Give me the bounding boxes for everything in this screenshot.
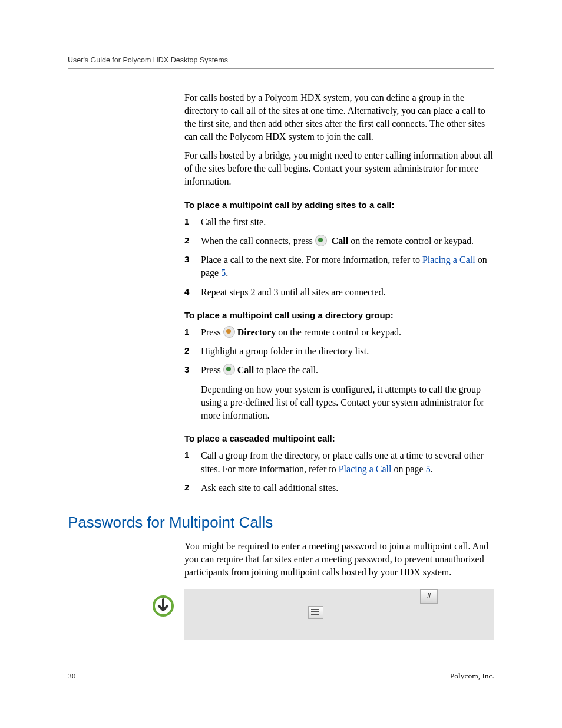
intro-paragraph-2: For calls hosted by a bridge, you might … (184, 149, 494, 188)
proc2-step3-text-a: Press (201, 365, 223, 375)
list-options-icon (308, 606, 323, 619)
document-page: User's Guide for Polycom HDX Desktop Sys… (0, 0, 562, 728)
call-icon (223, 364, 235, 375)
proc1-step3-text-c: . (226, 268, 228, 278)
proc1-step2: When the call connects, press Call on th… (184, 235, 494, 248)
proc2-step3-text-b: to place the call. (254, 365, 318, 375)
note-block: # (184, 589, 494, 640)
proc2-step1-text-b: on the remote control or keypad. (276, 327, 401, 337)
page-5-link[interactable]: 5 (221, 268, 226, 278)
header-rule (68, 68, 494, 69)
proc2-step3: Press Call to place the call. Depending … (184, 364, 494, 421)
procedure-3-heading: To place a cascaded multipoint call: (184, 433, 494, 445)
procedure-2-steps: Press Directory on the remote control or… (184, 326, 494, 421)
directory-label: Directory (237, 327, 276, 337)
intro-paragraph-1: For calls hosted by a Polycom HDX system… (184, 91, 494, 143)
proc1-step1: Call the first site. (184, 216, 494, 229)
page-5-link-2[interactable]: 5 (426, 464, 431, 474)
proc2-step2: Highlight a group folder in the director… (184, 345, 494, 358)
procedure-3-steps: Call a group from the directory, or plac… (184, 449, 494, 494)
section-heading-passwords: Passwords for Multipoint Calls (68, 513, 494, 532)
placing-a-call-link-2[interactable]: Placing a Call (339, 464, 392, 474)
procedure-1-heading: To place a multipoint call by adding sit… (184, 199, 494, 212)
body-content: For calls hosted by a Polycom HDX system… (184, 91, 494, 495)
page-number: 30 (68, 671, 76, 680)
call-label: Call (237, 365, 254, 375)
proc1-step2-text-a: When the call connects, press (201, 236, 315, 246)
placing-a-call-link[interactable]: Placing a Call (422, 255, 475, 265)
proc1-step4: Repeat steps 2 and 3 until all sites are… (184, 286, 494, 299)
proc1-step3-text-a: Place a call to the next site. For more … (201, 255, 422, 265)
directory-icon (223, 326, 235, 338)
proc3-step1-text-b: on page (391, 464, 425, 474)
note-box: # (184, 589, 494, 640)
passwords-paragraph: You might be required to enter a meeting… (184, 540, 494, 579)
proc2-step3-note: Depending on how your system is configur… (201, 383, 494, 422)
note-point-icon (151, 594, 175, 621)
proc2-step1: Press Directory on the remote control or… (184, 326, 494, 339)
proc3-step2: Ask each site to call additional sites. (184, 482, 494, 495)
running-header: User's Guide for Polycom HDX Desktop Sys… (68, 56, 494, 64)
section-body: You might be required to enter a meeting… (184, 540, 494, 640)
proc3-step1: Call a group from the directory, or plac… (184, 449, 494, 475)
call-icon (315, 235, 327, 246)
hash-key-icon: # (420, 589, 438, 604)
procedure-1-steps: Call the first site. When the call conne… (184, 216, 494, 298)
procedure-2-heading: To place a multipoint call using a direc… (184, 309, 494, 322)
proc3-step1-text-c: . (431, 464, 433, 474)
proc2-step1-text-a: Press (201, 327, 223, 337)
proc1-step3: Place a call to the next site. For more … (184, 253, 494, 279)
proc1-step2-text-b: on the remote control or keypad. (348, 236, 474, 246)
page-footer: 30 Polycom, Inc. (68, 671, 494, 681)
footer-company: Polycom, Inc. (450, 671, 494, 681)
call-label: Call (332, 236, 348, 246)
